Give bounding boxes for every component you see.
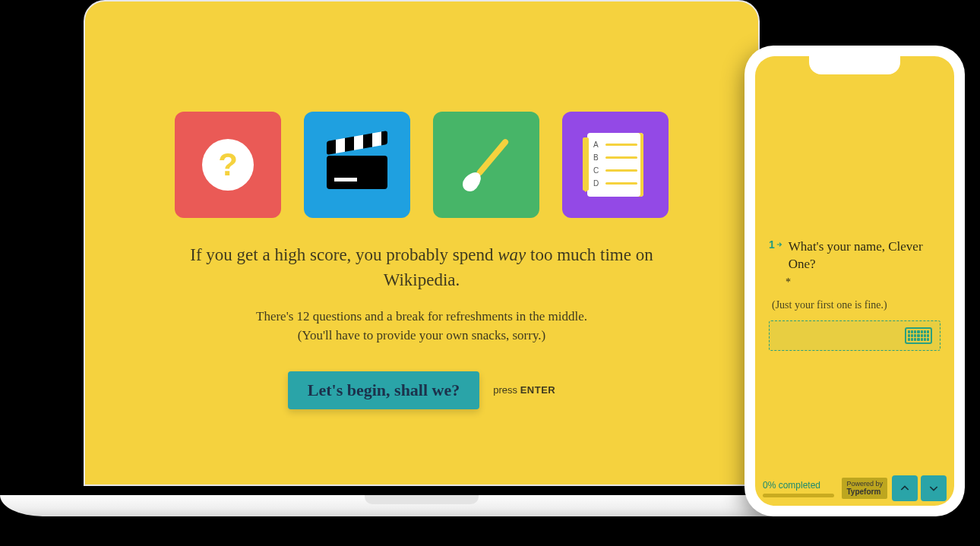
tile-question: ? bbox=[175, 112, 281, 218]
phone-device: 1 What's your name, Clever One? * (Just … bbox=[744, 46, 965, 516]
chevron-down-icon bbox=[928, 482, 940, 494]
question-icon: ? bbox=[202, 139, 254, 191]
chevron-up-icon bbox=[899, 482, 911, 494]
clapperboard-icon bbox=[327, 140, 387, 189]
tile-clapperboard bbox=[304, 112, 410, 218]
headline-pre: If you get a high score, you probably sp… bbox=[190, 245, 498, 264]
laptop-screen: ? A B C D bbox=[84, 0, 760, 486]
press-enter-hint: press ENTER bbox=[493, 384, 555, 396]
question-number: 1 bbox=[769, 238, 782, 251]
arrow-right-icon bbox=[776, 241, 782, 248]
progress-label: 0% completed bbox=[763, 480, 820, 491]
phone-screen: 1 What's your name, Clever One? * (Just … bbox=[755, 56, 954, 506]
subcopy-line1: There's 12 questions and a break for ref… bbox=[256, 309, 587, 323]
keyboard-icon bbox=[905, 327, 932, 344]
phone-footer: 0% completed Powered by Typeform bbox=[755, 471, 954, 506]
tile-paintbrush bbox=[433, 112, 539, 218]
headline: If you get a high score, you probably sp… bbox=[163, 242, 680, 293]
progress: 0% completed bbox=[755, 480, 842, 497]
cta-row: Let's begin, shall we? press ENTER bbox=[288, 371, 555, 409]
required-marker: * bbox=[786, 276, 940, 289]
powered-by-badge[interactable]: Powered by Typeform bbox=[842, 478, 887, 500]
next-button[interactable] bbox=[921, 475, 947, 501]
prev-button[interactable] bbox=[892, 475, 918, 501]
subcopy-line2: (You'll have to provide your own snacks,… bbox=[298, 328, 546, 342]
checklist-icon: A B C D bbox=[587, 133, 643, 197]
subcopy: There's 12 questions and a break for ref… bbox=[256, 307, 587, 346]
icon-tile-row: ? A B C D bbox=[175, 112, 669, 218]
question-block: 1 What's your name, Clever One? * (Just … bbox=[769, 238, 940, 351]
headline-em: way bbox=[498, 245, 526, 264]
progress-bar bbox=[763, 494, 834, 497]
question-text: What's your name, Clever One? bbox=[789, 238, 940, 273]
phone-notch bbox=[809, 56, 900, 74]
question-help: (Just your first one is fine.) bbox=[772, 299, 940, 311]
answer-input[interactable] bbox=[769, 320, 940, 351]
tile-checklist: A B C D bbox=[562, 112, 669, 218]
laptop-device: ? A B C D bbox=[84, 0, 760, 516]
begin-button[interactable]: Let's begin, shall we? bbox=[288, 371, 479, 409]
paintbrush-icon bbox=[460, 135, 514, 195]
laptop-base bbox=[0, 495, 843, 516]
